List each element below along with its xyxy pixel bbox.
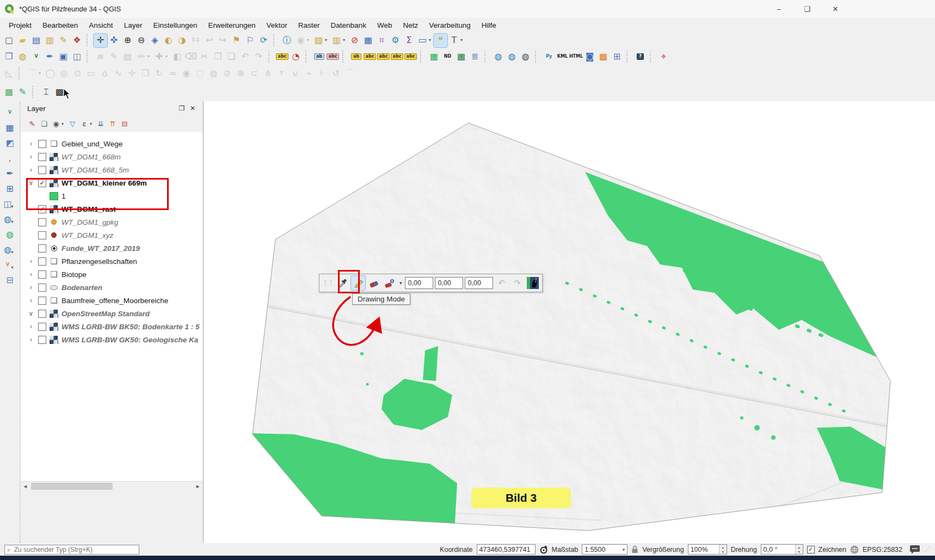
select-by-value-button[interactable]: ▥▾ bbox=[330, 34, 343, 47]
identify-features-button[interactable]: ⓘ bbox=[280, 34, 294, 47]
add-vector-layer-button[interactable]: V bbox=[29, 50, 43, 64]
add-part-button[interactable]: ◌ bbox=[193, 67, 207, 81]
expand-arrow-icon[interactable]: › bbox=[27, 336, 35, 343]
layer-labeling-button[interactable]: abc bbox=[275, 50, 289, 64]
delete-part-button[interactable]: ⊗ bbox=[234, 67, 248, 81]
layer-item[interactable]: ∨OpenStreetMap Standard bbox=[21, 307, 202, 320]
current-edits-button[interactable]: ≡ bbox=[94, 50, 107, 64]
layer-label[interactable]: WT_DGM1_668m bbox=[61, 153, 121, 161]
menu-verarbeitung[interactable]: Verarbeitung bbox=[423, 19, 476, 32]
band-dropdown-icon[interactable]: ▾ bbox=[399, 280, 402, 286]
add-spatialite-layer-button[interactable]: ✒ bbox=[3, 167, 17, 180]
add-wcs-layer-button[interactable]: ◍ bbox=[3, 227, 17, 241]
processing-toolbox-button[interactable]: ⚙ bbox=[389, 34, 402, 47]
add-oracle-layer-button[interactable]: ⊟ bbox=[3, 273, 17, 287]
text-annotation-button[interactable]: T▾ bbox=[447, 34, 461, 47]
text-annotation-dropdown-icon[interactable]: ▾ bbox=[460, 38, 465, 42]
menu-ansicht[interactable]: Ansicht bbox=[83, 19, 118, 32]
vertex-tool-dropdown-icon[interactable]: ▾ bbox=[165, 54, 170, 59]
close-button[interactable]: ✕ bbox=[821, 0, 850, 18]
add-postgis-layer-button[interactable]: ⊞ bbox=[3, 182, 17, 195]
menu-netz[interactable]: Netz bbox=[397, 19, 423, 32]
rotation-spinbox[interactable]: 0,0 ° ▴▾ bbox=[761, 544, 803, 555]
label-highlight-red-button[interactable]: abc bbox=[326, 50, 340, 64]
minimize-button[interactable]: – bbox=[765, 0, 793, 18]
scrollbar-track[interactable] bbox=[30, 482, 193, 491]
layer-label[interactable]: WT_DGM1_xyz bbox=[61, 231, 113, 239]
layer-visibility-checkbox[interactable] bbox=[38, 323, 46, 331]
toolbar-drag-handle[interactable]: ⋮⋮ bbox=[322, 279, 333, 287]
spin-up-icon[interactable]: ▴ bbox=[719, 545, 727, 550]
scroll-left-icon[interactable]: ◂ bbox=[21, 482, 30, 491]
select-by-value-dropdown-icon[interactable]: ▾ bbox=[343, 38, 347, 42]
scale-combobox[interactable]: 1:5500 ▾ bbox=[582, 544, 628, 555]
resize-grip[interactable]: ⋰ bbox=[924, 546, 931, 553]
add-arcgis-layer-dropdown-icon[interactable]: ▾ bbox=[11, 265, 16, 270]
profile-point-tool-button[interactable]: ⌶ bbox=[39, 85, 53, 99]
color-grid-plugin-button[interactable]: ▩ bbox=[596, 50, 610, 64]
add-wms-layer-dropdown-icon[interactable]: ▾ bbox=[11, 219, 16, 224]
metasearch-globe-button[interactable]: ◍ bbox=[491, 50, 505, 64]
expand-all-button[interactable]: ⇊ bbox=[95, 118, 107, 130]
layer-visibility-checkbox[interactable] bbox=[38, 270, 46, 279]
layer-visibility-checkbox[interactable] bbox=[38, 153, 46, 161]
layer-item[interactable]: WT_DGM1_gpkg bbox=[21, 216, 202, 229]
kml-tools-button[interactable]: KML bbox=[556, 50, 569, 64]
run-feature-action-dropdown-icon[interactable]: ▾ bbox=[307, 38, 311, 42]
measure-line-dropdown-icon[interactable]: ▾ bbox=[429, 38, 433, 42]
new-virtual-layer-button[interactable]: ◫ bbox=[70, 50, 84, 64]
delete-ring-button[interactable]: ⊘ bbox=[220, 67, 234, 81]
zoom-last-button[interactable]: ↩ bbox=[202, 34, 216, 47]
maximize-button[interactable]: ❑ bbox=[793, 0, 821, 18]
layer-label[interactable]: WT_DGM1_668_5m bbox=[61, 166, 129, 174]
layer-visibility-checkbox[interactable] bbox=[38, 244, 46, 253]
add-vector-layer-button[interactable]: V bbox=[3, 106, 17, 119]
rotate-point-symbols-button[interactable]: ↺ bbox=[329, 67, 343, 81]
select-features-dropdown-icon[interactable]: ▾ bbox=[325, 38, 329, 42]
layer-visibility-checkbox[interactable] bbox=[38, 231, 46, 239]
change-label-button[interactable]: abc bbox=[404, 50, 417, 64]
float-panel-icon[interactable]: ❐ bbox=[176, 103, 187, 113]
add-feature-button[interactable]: ✏▾ bbox=[134, 50, 148, 64]
redo-button[interactable]: ↷ bbox=[252, 50, 266, 64]
layer-label[interactable]: Baumfreie_offene_Moorbereiche bbox=[61, 297, 168, 305]
pan-map-button[interactable]: ✛ bbox=[94, 34, 107, 47]
filter-legend-button[interactable]: ▽ bbox=[66, 118, 78, 130]
menu-vektor[interactable]: Vektor bbox=[261, 19, 293, 32]
select-features-button[interactable]: ▧▾ bbox=[312, 34, 325, 47]
expand-arrow-icon[interactable]: › bbox=[27, 297, 35, 304]
layer-label[interactable]: Gebiet_und_Wege bbox=[61, 140, 122, 148]
new-shapefile-layer-button[interactable]: ✒ bbox=[43, 50, 57, 64]
layer-item[interactable]: ›❏Baumfreie_offene_Moorbereiche bbox=[21, 294, 202, 307]
layer-item[interactable]: ›WT_DGM1_668m bbox=[21, 150, 202, 163]
modify-attributes-button[interactable]: ◧ bbox=[170, 50, 184, 64]
run-feature-action-button[interactable]: ◉▾ bbox=[294, 34, 307, 47]
layer-item[interactable]: ›❏Pflanzengesellschaften bbox=[21, 255, 202, 268]
add-ring-button[interactable]: ◉ bbox=[180, 67, 193, 81]
magnifier-value[interactable]: 100% bbox=[688, 545, 719, 554]
pin-unpin-labels-button[interactable]: ab bbox=[349, 50, 363, 64]
manage-map-themes-button[interactable]: ◉▾ bbox=[50, 118, 62, 130]
menu-hilfe[interactable]: Hilfe bbox=[476, 19, 502, 32]
add-arcgis-layer-button[interactable]: V▾ bbox=[1, 258, 15, 272]
crs-label[interactable]: EPSG:25832 bbox=[863, 546, 902, 553]
zoom-native-button[interactable]: 1:1 bbox=[189, 34, 202, 47]
spin-up-icon[interactable]: ▴ bbox=[796, 545, 803, 550]
zoom-out-button[interactable]: ⊖ bbox=[134, 34, 148, 47]
layer-label[interactable]: Pflanzengesellschaften bbox=[61, 257, 137, 266]
statistics-panel-button[interactable]: ⌗ bbox=[375, 34, 389, 47]
open-project-button[interactable]: ▰ bbox=[16, 34, 29, 47]
open-attribute-table-button[interactable]: ▦ bbox=[361, 34, 375, 47]
plugin-green-tool-button[interactable]: ▦ bbox=[427, 50, 441, 64]
open-layer-styling-button[interactable]: ✎ bbox=[26, 118, 38, 130]
circle-3-points-button[interactable]: ◎ bbox=[57, 67, 71, 81]
layer-item[interactable]: ›Bodenarten bbox=[21, 281, 202, 294]
redo-button[interactable]: ↷ bbox=[510, 276, 525, 290]
add-mesh-layer-button[interactable]: ◩ bbox=[3, 136, 17, 150]
menu-datenbank[interactable]: Datenbank bbox=[325, 19, 372, 32]
new-spatial-bookmark-button[interactable]: ⚑ bbox=[230, 34, 243, 47]
collapse-all-button[interactable]: ⇈ bbox=[107, 118, 119, 130]
rotate-label-button[interactable]: abc bbox=[390, 50, 404, 64]
menu-erweiterungen[interactable]: Erweiterungen bbox=[202, 19, 261, 32]
serval-plugin-icon[interactable]: ? bbox=[526, 276, 539, 290]
